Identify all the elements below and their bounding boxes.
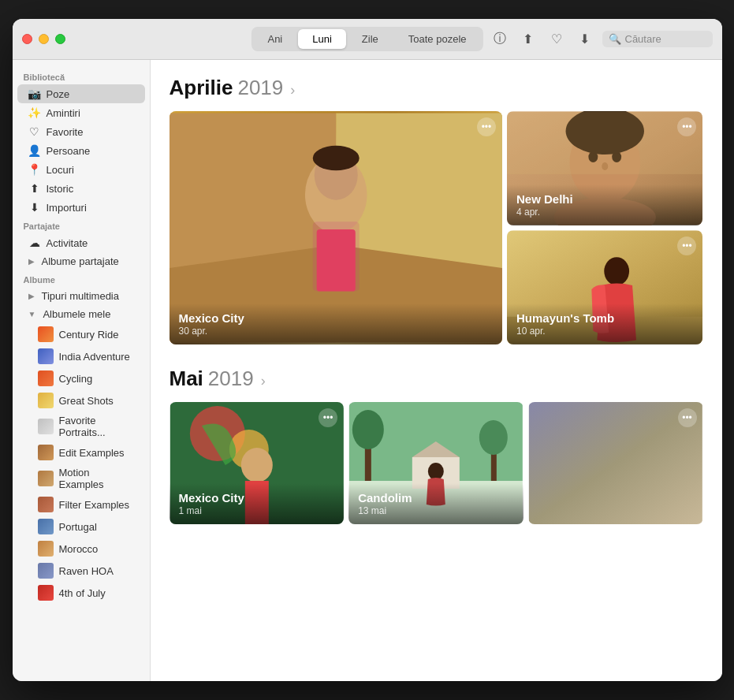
heart-icon: ♡ [28, 125, 41, 138]
history-icon: ⬆ [28, 182, 41, 195]
sidebar-item-persoane[interactable]: 👤 Persoane [17, 141, 145, 160]
sidebar-item-motion-examples[interactable]: Motion Examples [17, 464, 145, 493]
photo-card-humayun[interactable]: Humayun's Tomb 10 apr. ••• [507, 230, 703, 344]
person-icon: 👤 [28, 144, 41, 157]
expand-icon: ▶ [28, 257, 35, 266]
sidebar-item-importuri[interactable]: ⬇ Importuri [17, 198, 145, 217]
sidebar-item-istoric[interactable]: ⬆ Istoric [17, 179, 145, 198]
photo-card-unknown[interactable]: ••• [528, 402, 703, 524]
sidebar-section-biblioteca: Bibliotecă [13, 68, 150, 84]
sidebar-item-india-adventure[interactable]: India Adventure [17, 345, 145, 367]
sidebar-item-label: Istoric [47, 183, 74, 195]
minimize-button[interactable] [39, 34, 49, 44]
svg-rect-5 [316, 229, 355, 292]
photo-card-new-delhi[interactable]: New Delhi 4 apr. ••• [507, 111, 703, 225]
sidebar-item-morocco[interactable]: Morocco [17, 538, 145, 560]
sidebar-item-great-shots[interactable]: Great Shots [17, 389, 145, 411]
sidebar-item-favorite-portraits[interactable]: Favorite Portraits... [17, 411, 145, 441]
sidebar-item-label: Tipuri multimedia [42, 290, 120, 302]
sidebar-item-activitate[interactable]: ☁ Activitate [17, 233, 145, 252]
motion-examples-icon [38, 471, 54, 486]
sidebar-item-label: Favorite Portraits... [59, 415, 134, 438]
card-menu-button[interactable]: ••• [678, 408, 697, 427]
card-label: Candolim 13 mai [348, 483, 523, 524]
svg-point-22 [240, 448, 272, 482]
svg-point-18 [604, 257, 629, 285]
photo-card-mexico-city-may[interactable]: Mexico City 1 mai ••• [170, 402, 345, 524]
sidebar-section-albume: Albume [13, 270, 150, 287]
camera-icon: 📷 [28, 88, 41, 100]
sidebar-item-filter-examples[interactable]: Filter Examples [17, 493, 145, 516]
tab-ani[interactable]: Ani [253, 29, 296, 49]
card-menu-button[interactable]: ••• [477, 117, 496, 136]
sidebar-item-label: Portugal [59, 521, 97, 533]
sidebar-item-4th-of-july[interactable]: 4th of July [17, 582, 145, 604]
expand-icon: ▶ [28, 292, 35, 300]
traffic-lights [22, 34, 65, 44]
sidebar-item-label: Activitate [47, 237, 88, 249]
sidebar-item-tipuri-multimedia[interactable]: ▶ Tipuri multimedia [17, 287, 145, 305]
toolbar-actions: ⓘ ⬆ ♡ ⬇ 🔍 Căutare [489, 28, 713, 50]
sidebar-item-label: Raven HOA [59, 565, 114, 577]
sidebar-item-label: Locuri [47, 164, 74, 176]
svg-rect-15 [507, 111, 703, 174]
svg-rect-33 [529, 402, 702, 524]
card-date: 4 apr. [516, 207, 694, 218]
sidebar-item-portugal[interactable]: Portugal [17, 516, 145, 538]
heart-button[interactable]: ♡ [546, 28, 568, 50]
unknown-svg [528, 402, 703, 524]
month-header-mai: Mai 2019 › [170, 367, 703, 391]
card-date: 13 mai [358, 505, 514, 516]
sidebar-item-label: Favorite [47, 126, 84, 138]
sidebar-item-poze[interactable]: 📷 Poze [17, 84, 145, 103]
sidebar-item-century-ride[interactable]: Century Ride [17, 323, 145, 345]
location-icon: 📍 [28, 163, 41, 176]
search-icon: 🔍 [609, 33, 621, 45]
svg-point-27 [352, 410, 384, 449]
sidebar-item-locuri[interactable]: 📍 Locuri [17, 160, 145, 179]
maximize-button[interactable] [55, 34, 65, 44]
sidebar-item-raven-hoa[interactable]: Raven HOA [17, 560, 145, 582]
sidebar-item-albume-partajate[interactable]: ▶ Albume partajate [17, 252, 145, 270]
card-title: Humayun's Tomb [516, 311, 694, 325]
great-shots-icon [38, 393, 54, 408]
close-button[interactable] [22, 34, 32, 44]
tab-toate[interactable]: Toate pozele [394, 29, 481, 49]
card-label: Mexico City 1 mai [170, 483, 345, 524]
edit-examples-icon [38, 445, 54, 460]
svg-point-29 [479, 420, 508, 455]
sidebar-item-label: Filter Examples [59, 499, 130, 511]
card-label: Mexico City 30 apr. [170, 303, 502, 344]
sidebar-item-label: Importuri [47, 202, 87, 214]
sidebar-item-edit-examples[interactable]: Edit Examples [17, 441, 145, 464]
search-bar[interactable]: 🔍 Căutare [602, 31, 713, 47]
card-title: Candolim [358, 491, 514, 505]
month-header-aprilie: Aprilie 2019 › [170, 76, 703, 100]
sidebar-item-label: Cycling [59, 373, 93, 385]
photo-card-mexico-city[interactable]: Mexico City 30 apr. ••• [170, 111, 502, 344]
search-placeholder: Căutare [625, 33, 661, 45]
photo-card-candolim[interactable]: Candolim 13 mai [348, 402, 523, 524]
sidebar-item-label: Persoane [47, 145, 91, 157]
tab-luni[interactable]: Luni [298, 29, 346, 49]
april-photo-grid: Mexico City 30 apr. ••• [170, 111, 703, 344]
filter-examples-icon [38, 497, 54, 512]
view-tabs: Ani Luni Zile Toate pozele [251, 27, 483, 51]
card-menu-button[interactable]: ••• [319, 408, 337, 427]
tab-zile[interactable]: Zile [348, 29, 393, 49]
portugal-icon [38, 519, 54, 534]
cloud-icon: ☁ [28, 236, 41, 249]
card-date: 1 mai [179, 505, 335, 516]
4th-of-july-icon [38, 585, 54, 601]
info-button[interactable]: ⓘ [489, 28, 511, 50]
main-window: Ani Luni Zile Toate pozele ⓘ ⬆ ♡ ⬇ 🔍 Cău… [13, 19, 722, 681]
sidebar-item-albumele-mele[interactable]: ▼ Albumele mele [17, 305, 145, 323]
cycling-icon [38, 370, 54, 386]
memories-icon: ✨ [28, 106, 41, 119]
import-button[interactable]: ⬇ [574, 28, 596, 50]
sidebar-item-cycling[interactable]: Cycling [17, 367, 145, 389]
sidebar-item-favorite[interactable]: ♡ Favorite [17, 122, 145, 141]
share-button[interactable]: ⬆ [517, 28, 539, 50]
sidebar-item-amintiri[interactable]: ✨ Amintiri [17, 103, 145, 122]
svg-point-7 [312, 146, 359, 170]
